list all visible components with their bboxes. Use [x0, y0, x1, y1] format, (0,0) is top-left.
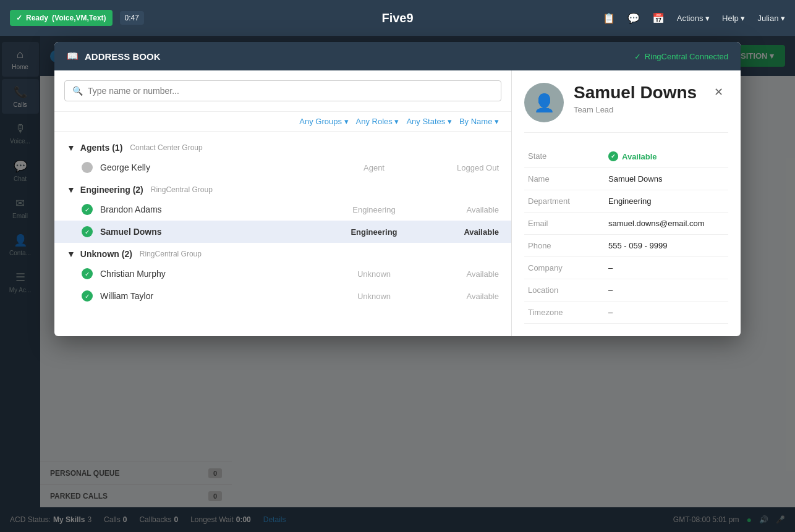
ringcentral-badge: ✓ RingCentral Connected: [634, 52, 728, 61]
timezone-field-value: –: [605, 302, 728, 324]
top-bar-left: ✓ Ready (Voice,VM,Text) 0:47: [10, 10, 144, 26]
agent-status-dot-william: [82, 290, 93, 302]
address-book-modal: 📖 ADDRESS BOOK ✓ RingCentral Connected 🔍: [54, 42, 741, 336]
agent-name-christian: Christian Murphy: [100, 269, 323, 279]
agent-row-brandon-adams[interactable]: Brandon Adams Engineering Available: [54, 198, 511, 221]
agent-dept-brandon: Engineering: [331, 205, 417, 214]
help-button[interactable]: Help ▾: [722, 14, 745, 23]
agent-status-samuel: Available: [425, 227, 499, 237]
detail-name-block: Samuel Downs Team Lead: [574, 83, 697, 114]
ready-badge[interactable]: ✓ Ready (Voice,VM,Text): [10, 10, 113, 26]
app-logo: Five9: [381, 11, 413, 25]
check-icon: ✓: [16, 14, 22, 22]
group-header-unknown[interactable]: ▼ Unknown (2) RingCentral Group: [54, 243, 511, 263]
book-icon: 📖: [67, 51, 79, 62]
by-name-sort[interactable]: By Name ▾: [459, 117, 499, 126]
agent-status-william: Available: [425, 292, 499, 301]
agent-status-george: Logged Out: [425, 163, 499, 172]
group-agents-name: Agents (1): [80, 143, 122, 153]
connected-check-icon: ✓: [634, 52, 641, 61]
agent-dept-william: Unknown: [331, 292, 417, 301]
detail-table: State Available Name Samuel Downs: [524, 145, 728, 324]
location-label: Location: [524, 279, 605, 302]
search-bar: 🔍: [54, 70, 511, 112]
filters-bar: Any Groups ▾ Any Roles ▾ Any States ▾ By…: [54, 112, 511, 132]
phone-label: Phone: [524, 235, 605, 257]
agent-row-william-taylor[interactable]: William Taylor Unknown Available: [54, 285, 511, 307]
state-value: Available: [605, 145, 728, 168]
agent-status-brandon: Available: [425, 205, 499, 214]
detail-state-row: State Available: [524, 145, 728, 168]
list-panel: 🔍 Any Groups ▾ Any Roles ▾ Any States ▾ …: [54, 70, 512, 336]
email-label: Email: [524, 213, 605, 235]
user-menu[interactable]: Julian ▾: [757, 14, 785, 23]
mode-label: (Voice,VM,Text): [52, 14, 106, 22]
group-unknown-sub: RingCentral Group: [140, 250, 202, 258]
agent-name-george: George Kelly: [100, 163, 323, 172]
agent-status-dot-christian: [82, 268, 93, 279]
detail-location-row: Location –: [524, 279, 728, 302]
agent-dept-christian: Unknown: [331, 269, 417, 279]
detail-name-row: Name Samuel Downs: [524, 168, 728, 190]
dept-label: Department: [524, 190, 605, 213]
agent-status-dot-brandon: [82, 204, 93, 215]
modal-body: 🔍 Any Groups ▾ Any Roles ▾ Any States ▾ …: [54, 70, 741, 336]
detail-phone-row: Phone 555 - 059 - 9999: [524, 235, 728, 257]
group-header-engineering[interactable]: ▼ Engineering (2) RingCentral Group: [54, 179, 511, 198]
collapse-icon-unknown: ▼: [67, 249, 75, 259]
company-label: Company: [524, 257, 605, 279]
search-icon: 🔍: [72, 86, 83, 96]
group-agents-sub: Contact Center Group: [130, 143, 202, 152]
any-groups-filter[interactable]: Any Groups ▾: [299, 117, 348, 126]
name-field-value: Samuel Downs: [605, 168, 728, 190]
location-value: –: [605, 279, 728, 302]
available-dot: [608, 151, 618, 161]
detail-header: 👤 Samuel Downs Team Lead ✕: [524, 83, 728, 133]
detail-dept-row: Department Engineering: [524, 190, 728, 213]
name-field-label: Name: [524, 168, 605, 190]
agent-dept-samuel: Engineering: [331, 227, 417, 237]
timezone-field-label: Timezone: [524, 302, 605, 324]
group-engineering-name: Engineering (2): [80, 185, 143, 195]
agent-list: ▼ Agents (1) Contact Center Group George…: [54, 132, 511, 336]
top-bar: ✓ Ready (Voice,VM,Text) 0:47 Five9 📋 💬 📅…: [0, 0, 795, 36]
phone-value: 555 - 059 - 9999: [605, 235, 728, 257]
any-roles-filter[interactable]: Any Roles ▾: [356, 117, 399, 126]
modal-overlay: 📖 ADDRESS BOOK ✓ RingCentral Connected 🔍: [0, 36, 795, 532]
ready-label: Ready: [26, 14, 48, 22]
modal-title: 📖 ADDRESS BOOK: [67, 51, 161, 62]
detail-job-title: Team Lead: [574, 105, 697, 114]
messages-icon[interactable]: 💬: [627, 12, 640, 24]
state-label: State: [524, 145, 605, 168]
detail-name: Samuel Downs: [574, 83, 697, 103]
top-bar-right: 📋 💬 📅 Actions ▾ Help ▾ Julian ▾: [603, 12, 785, 24]
call-timer: 0:47: [120, 11, 144, 25]
detail-company-row: Company –: [524, 257, 728, 279]
search-input-wrap: 🔍: [64, 80, 501, 101]
collapse-icon-engineering: ▼: [67, 185, 75, 195]
group-engineering-sub: RingCentral Group: [151, 185, 213, 194]
detail-avatar: 👤: [524, 83, 564, 122]
agent-row-christian-murphy[interactable]: Christian Murphy Unknown Available: [54, 263, 511, 285]
actions-button[interactable]: Actions ▾: [677, 14, 710, 23]
detail-timezone-row: Timezone –: [524, 302, 728, 324]
agent-dept-george: Agent: [331, 163, 417, 172]
agent-name-samuel: Samuel Downs: [100, 227, 323, 237]
agent-status-christian: Available: [425, 269, 499, 279]
detail-email-row: Email samuel.downs@email.com: [524, 213, 728, 235]
agent-name-brandon: Brandon Adams: [100, 205, 323, 214]
company-value: –: [605, 257, 728, 279]
agent-row-george-kelly[interactable]: George Kelly Agent Logged Out: [54, 156, 511, 179]
detail-panel: 👤 Samuel Downs Team Lead ✕ State Availab: [512, 70, 741, 336]
search-input[interactable]: [88, 86, 493, 96]
dept-value: Engineering: [605, 190, 728, 213]
modal-header: 📖 ADDRESS BOOK ✓ RingCentral Connected: [54, 42, 741, 70]
close-detail-button[interactable]: ✕: [709, 83, 728, 101]
notes-icon[interactable]: 📋: [603, 12, 615, 24]
agent-name-william: William Taylor: [100, 291, 323, 301]
group-header-agents[interactable]: ▼ Agents (1) Contact Center Group: [54, 137, 511, 156]
group-unknown-name: Unknown (2): [80, 249, 132, 259]
agent-row-samuel-downs[interactable]: Samuel Downs Engineering Available: [54, 221, 511, 243]
calendar-icon[interactable]: 📅: [652, 12, 665, 24]
any-states-filter[interactable]: Any States ▾: [406, 117, 451, 126]
